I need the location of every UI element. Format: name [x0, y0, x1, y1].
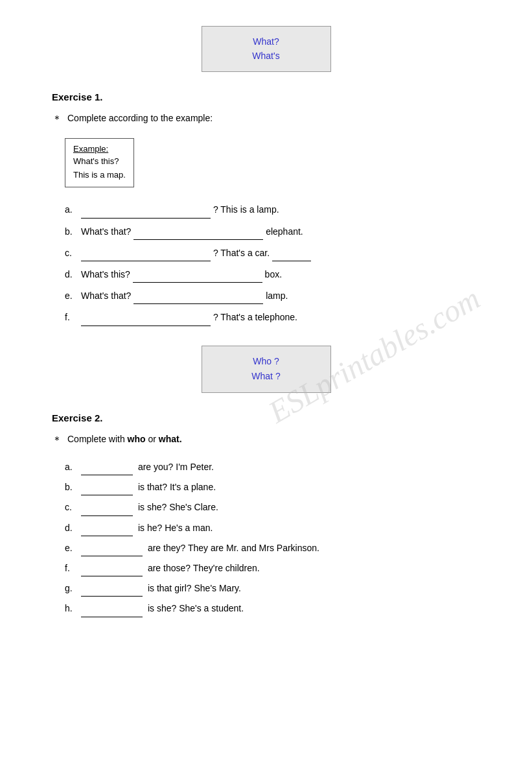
example-line1: What's this? — [73, 155, 126, 169]
ex2-content-g: is that girl? She's Mary. — [81, 580, 241, 597]
item-content-a: ? This is a lamp. — [81, 202, 480, 218]
table-row: a. ? This is a lamp. — [65, 202, 480, 218]
table-row: e. What's that? lamp. — [65, 288, 480, 304]
exercise2-items: a. are you? I'm Peter. b. is that? It's … — [65, 459, 480, 617]
fill-line — [81, 466, 133, 475]
exercise2-instruction: ＊ Complete with who or what. — [52, 434, 480, 447]
ex2-content-b: is that? It's a plane. — [81, 479, 216, 495]
table-row: c. is she? She's Clare. — [65, 499, 480, 515]
item-label-f: f. — [65, 309, 81, 326]
exercise1-items: a. ? This is a lamp. b. What's that? ele… — [65, 202, 480, 326]
item-label-c: c. — [65, 245, 81, 261]
item-label-a: a. — [65, 202, 81, 218]
table-row: g. is that girl? She's Mary. — [65, 580, 480, 597]
who-what-box-text: Who ? What ? — [215, 354, 318, 385]
ex2-content-d: is he? He's a man. — [81, 520, 213, 536]
ex2-content-f: are those? They're children. — [81, 560, 260, 576]
instruction-text: Complete with who or what. — [67, 434, 182, 444]
fill-line — [133, 274, 262, 283]
item-content-e: What's that? lamp. — [81, 288, 480, 304]
table-row: b. is that? It's a plane. — [65, 479, 480, 495]
table-row: c. ? That's a car. — [65, 245, 480, 261]
fill-line — [81, 486, 133, 495]
example-line2: This is a map. — [73, 169, 126, 182]
fill-line — [81, 507, 133, 516]
header-box: What? What's — [202, 26, 331, 72]
table-row: b. What's that? elephant. — [65, 224, 480, 240]
ex2-content-h: is she? She's a student. — [81, 600, 244, 617]
item-label-b: b. — [65, 224, 81, 240]
item-label-e: e. — [65, 288, 81, 304]
section-divider: Who ? What ? — [52, 346, 480, 394]
fill-line — [81, 608, 143, 617]
fill-line — [81, 317, 211, 326]
fill-line — [81, 567, 143, 576]
example-title: Example: — [73, 144, 126, 154]
table-row: f. are those? They're children. — [65, 560, 480, 576]
ex2-label-d: d. — [65, 520, 81, 536]
ex2-label-g: g. — [65, 580, 81, 597]
exercise1-title: Exercise 1. — [52, 91, 480, 102]
fill-line — [133, 295, 263, 304]
fill-line — [81, 209, 211, 219]
who-what-line1: Who ? — [253, 356, 279, 366]
fill-line — [81, 547, 143, 556]
fill-line — [81, 252, 211, 261]
fill-line — [133, 231, 263, 240]
item-content-c: ? That's a car. — [81, 245, 480, 261]
table-row: e. are they? They are Mr. and Mrs Parkin… — [65, 540, 480, 556]
ex2-content-e: are they? They are Mr. and Mrs Parkinson… — [81, 540, 319, 556]
exercise1-instruction: ＊ Complete according to the example: — [52, 113, 480, 126]
ex2-content-c: is she? She's Clare. — [81, 499, 218, 515]
ex2-content-a: are you? I'm Peter. — [81, 459, 214, 475]
table-row: f. ? That's a telephone. — [65, 309, 480, 326]
example-box: Example: What's this? This is a map. — [65, 138, 134, 188]
item-content-f: ? That's a telephone. — [81, 309, 480, 326]
bullet-icon: ＊ — [52, 113, 62, 126]
who-what-box: Who ? What ? — [202, 346, 331, 394]
header-line2: What's — [252, 51, 279, 61]
table-row: h. is she? She's a student. — [65, 600, 480, 617]
item-content-b: What's that? elephant. — [81, 224, 480, 240]
who-what-line2: What ? — [251, 371, 280, 381]
ex2-label-c: c. — [65, 499, 81, 515]
item-label-d: d. — [65, 266, 81, 283]
item-content-d: What's this? box. — [81, 266, 480, 283]
ex2-label-a: a. — [65, 459, 81, 475]
table-row: d. is he? He's a man. — [65, 520, 480, 536]
exercise2-title: Exercise 2. — [52, 412, 480, 423]
header-line1: What? — [253, 36, 279, 47]
fill-line — [81, 587, 143, 597]
ex2-label-f: f. — [65, 560, 81, 576]
fill-line — [81, 527, 133, 536]
table-row: a. are you? I'm Peter. — [65, 459, 480, 475]
ex2-label-h: h. — [65, 600, 81, 617]
ex2-label-b: b. — [65, 479, 81, 495]
ex2-label-e: e. — [65, 540, 81, 556]
bullet-icon-2: ＊ — [52, 434, 62, 447]
fill-line — [272, 252, 311, 261]
header-box-text: What? What's — [215, 34, 318, 64]
table-row: d. What's this? box. — [65, 266, 480, 283]
